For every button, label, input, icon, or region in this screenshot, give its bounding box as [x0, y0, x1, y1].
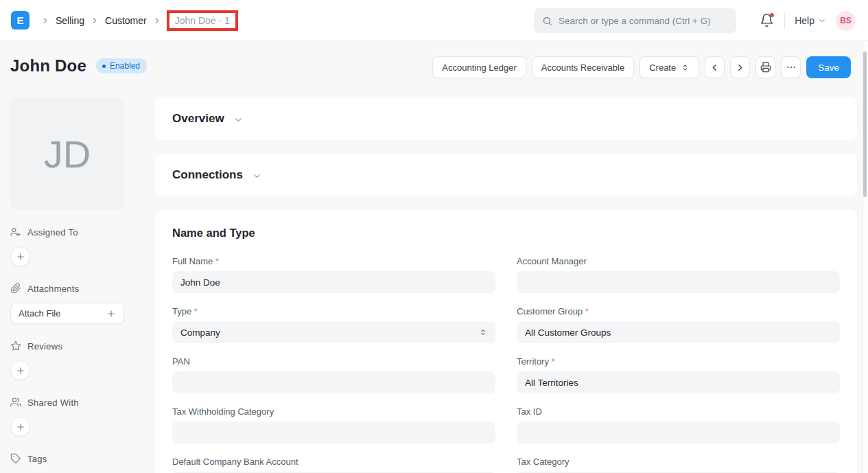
search-placeholder: Search or type a command (Ctrl + G) [559, 16, 711, 26]
user-avatar[interactable]: BS [836, 11, 856, 31]
type-field: Type * Company [172, 306, 495, 343]
search-icon [542, 16, 552, 26]
add-review-button[interactable] [10, 360, 30, 380]
global-search-input[interactable]: Search or type a command (Ctrl + G) [534, 8, 736, 33]
assigned-to-label: Assigned To [27, 227, 78, 238]
territory-label: Territory [517, 356, 549, 367]
paperclip-icon [10, 283, 21, 294]
name-and-type-section-title: Name and Type [172, 227, 840, 240]
tax-id-label: Tax ID [517, 406, 542, 417]
plus-icon [16, 252, 25, 262]
tag-icon [10, 453, 21, 464]
previous-document-button[interactable] [705, 56, 725, 78]
chevron-right-icon [735, 62, 745, 73]
users-icon [10, 397, 21, 408]
next-document-button[interactable] [730, 56, 750, 78]
printer-icon [760, 62, 771, 73]
customer-group-input[interactable] [517, 321, 840, 343]
attach-file-label: Attach File [19, 308, 60, 319]
plus-icon [16, 366, 25, 376]
account-manager-input[interactable] [517, 271, 840, 293]
tags-label: Tags [27, 454, 47, 464]
connections-section-title: Connections [172, 168, 243, 182]
form-sidebar: JD Assigned To Attachments Attach File R… [10, 97, 124, 473]
create-label: Create [649, 62, 676, 73]
ellipsis-icon [786, 62, 797, 73]
breadcrumb-customer[interactable]: Customer [102, 15, 150, 26]
plus-icon [16, 422, 25, 432]
erpnext-logo-icon[interactable]: E [11, 11, 30, 30]
status-badge-label: Enabled [110, 61, 140, 71]
required-asterisk: * [215, 256, 219, 266]
section-name-and-type: Name and Type Full Name * Type * [155, 210, 857, 473]
tags-section: Tags Add a tag ... [10, 453, 124, 473]
pan-input[interactable] [172, 371, 495, 393]
tax-category-field: Tax Category [517, 457, 840, 473]
notifications-bell-icon[interactable] [760, 13, 775, 28]
customer-group-field: Customer Group * [517, 306, 840, 343]
plus-icon [106, 309, 116, 319]
status-badge: Enabled [96, 58, 147, 73]
type-label: Type [172, 306, 191, 316]
chevron-right-icon [40, 16, 50, 25]
chevron-right-icon [152, 16, 162, 25]
full-name-input[interactable] [172, 271, 495, 293]
page-title: John Doe [10, 56, 86, 76]
type-selected-value: Company [180, 327, 220, 338]
tax-id-input[interactable] [517, 422, 840, 443]
tax-withholding-category-label: Tax Withholding Category [172, 406, 274, 417]
accounting-ledger-button[interactable]: Accounting Ledger [432, 56, 526, 78]
print-button[interactable] [755, 56, 775, 78]
accounts-receivable-button[interactable]: Accounts Receivable [532, 56, 634, 78]
section-connections[interactable]: Connections [155, 154, 857, 196]
account-manager-label: Account Manager [517, 256, 587, 266]
assigned-to-section: Assigned To [10, 227, 124, 266]
chevron-down-icon [252, 171, 262, 181]
form-column-left: Full Name * Type * Company [172, 256, 495, 473]
section-overview[interactable]: Overview [155, 97, 857, 140]
help-label: Help [795, 15, 814, 26]
add-assignment-button[interactable] [10, 246, 30, 266]
breadcrumb-current-doc[interactable]: John Doe - 1 [175, 15, 230, 26]
reviews-section: Reviews [10, 341, 124, 380]
attachments-label: Attachments [27, 284, 80, 294]
sort-carets-icon [479, 328, 487, 336]
form-body: Overview Connections Name and Type Full … [155, 97, 857, 473]
menu-more-button[interactable] [781, 56, 801, 78]
attach-file-button[interactable]: Attach File [10, 303, 124, 324]
pan-label: PAN [172, 356, 190, 367]
overview-section-title: Overview [172, 112, 224, 126]
red-annotation-box: John Doe - 1 [167, 10, 238, 31]
customer-group-label: Customer Group [517, 306, 583, 316]
vertical-scrollbar[interactable] [862, 0, 868, 473]
account-manager-field: Account Manager [517, 256, 840, 293]
attachments-section: Attachments Attach File [10, 283, 124, 324]
tax-withholding-category-field: Tax Withholding Category [172, 406, 495, 443]
save-button[interactable]: Save [806, 56, 851, 78]
page-head: John Doe Enabled Accounting Ledger Accou… [0, 41, 858, 93]
shared-with-section: Shared With [10, 397, 124, 437]
add-share-button[interactable] [10, 417, 30, 437]
create-dropdown-button[interactable]: Create [640, 56, 699, 78]
required-asterisk: * [552, 356, 555, 367]
territory-field: Territory * [517, 356, 840, 393]
chevron-down-icon [233, 115, 244, 125]
star-icon [10, 341, 21, 351]
type-select[interactable]: Company [172, 321, 495, 343]
navbar: E Selling Customer John Doe - 1 Search o… [0, 0, 868, 41]
breadcrumb-selling[interactable]: Selling [53, 15, 87, 26]
tax-withholding-category-input[interactable] [172, 422, 495, 443]
divider [784, 12, 785, 29]
status-dot-icon [102, 65, 106, 68]
user-plus-icon [10, 227, 21, 238]
scrollbar-thumb[interactable] [863, 51, 867, 197]
default-company-bank-account-label: Default Company Bank Account [172, 457, 298, 467]
territory-input[interactable] [517, 371, 840, 393]
customer-image-placeholder[interactable]: JD [10, 97, 124, 210]
breadcrumb: Selling Customer John Doe - 1 [38, 10, 238, 31]
help-menu[interactable]: Help [795, 15, 826, 26]
required-asterisk: * [194, 306, 198, 316]
chevron-down-icon [818, 16, 826, 25]
full-name-field: Full Name * [172, 256, 495, 293]
default-company-bank-account-field: Default Company Bank Account [172, 457, 495, 473]
